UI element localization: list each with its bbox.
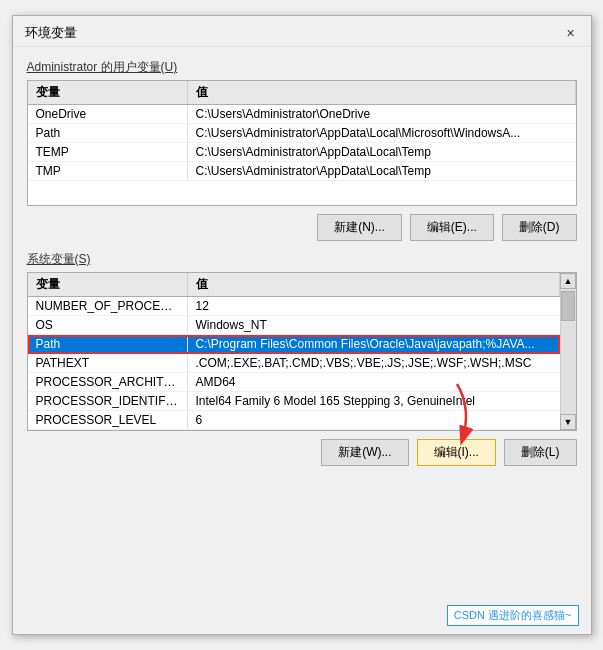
user-row-2-var: TEMP	[28, 143, 188, 161]
system-table-header: 变量 值	[28, 273, 560, 297]
watermark: CSDN 遇进阶的喜感猫~	[447, 605, 579, 626]
sys-row-0-val: 12	[188, 297, 560, 315]
user-row-0-val: C:\Users\Administrator\OneDrive	[188, 105, 568, 123]
table-row[interactable]: PATHEXT .COM;.EXE;.BAT;.CMD;.VBS;.VBE;.J…	[28, 354, 560, 373]
system-scrollbar[interactable]: ▲ ▼	[560, 273, 576, 430]
system-new-button[interactable]: 新建(W)...	[321, 439, 408, 466]
system-table-body: NUMBER_OF_PROCESSORS 12 OS Windows_NT Pa…	[28, 297, 560, 430]
user-row-2-val: C:\Users\Administrator\AppData\Local\Tem…	[188, 143, 568, 161]
table-row[interactable]: PROCESSOR_ARCHITECT... AMD64	[28, 373, 560, 392]
sys-row-1-val: Windows_NT	[188, 316, 560, 334]
sys-row-2-val: C:\Program Files\Common Files\Oracle\Jav…	[188, 335, 560, 353]
table-row[interactable]: PROCESSOR_LEVEL 6	[28, 411, 560, 430]
user-table-header: 变量 值	[28, 81, 576, 105]
sys-row-6-val: 6	[188, 411, 560, 429]
scroll-thumb[interactable]	[561, 291, 575, 321]
system-header-var: 变量	[28, 273, 188, 296]
system-section-label[interactable]: 系统变量(S)	[27, 251, 577, 268]
table-row[interactable]: OneDrive C:\Users\Administrator\OneDrive	[28, 105, 576, 124]
title-bar: 环境变量 ×	[13, 16, 591, 47]
user-row-0-var: OneDrive	[28, 105, 188, 123]
user-table-inner: 变量 值 OneDrive C:\Users\Administrator\One…	[28, 81, 576, 205]
table-row[interactable]: TEMP C:\Users\Administrator\AppData\Loca…	[28, 143, 576, 162]
scroll-up-btn[interactable]: ▲	[560, 273, 576, 289]
sys-row-3-var: PATHEXT	[28, 354, 188, 372]
environment-variables-dialog: 环境变量 × Administrator 的用户变量(U) 变量 值 OneDr…	[12, 15, 592, 635]
sys-row-5-var: PROCESSOR_IDENTIFIER	[28, 392, 188, 410]
user-delete-button[interactable]: 删除(D)	[502, 214, 577, 241]
user-table-body: OneDrive C:\Users\Administrator\OneDrive…	[28, 105, 576, 205]
table-row[interactable]: PROCESSOR_IDENTIFIER Intel64 Family 6 Mo…	[28, 392, 560, 411]
table-row[interactable]: OS Windows_NT	[28, 316, 560, 335]
table-row[interactable]: Path C:\Users\Administrator\AppData\Loca…	[28, 124, 576, 143]
system-header-val: 值	[188, 273, 560, 296]
user-row-1-var: Path	[28, 124, 188, 142]
table-row-selected[interactable]: Path C:\Program Files\Common Files\Oracl…	[28, 335, 560, 354]
close-button[interactable]: ×	[563, 25, 579, 41]
user-header-var: 变量	[28, 81, 188, 104]
system-edit-button[interactable]: 编辑(I)...	[417, 439, 496, 466]
user-btn-row: 新建(N)... 编辑(E)... 删除(D)	[27, 214, 577, 241]
user-row-3-var: TMP	[28, 162, 188, 180]
user-header-val: 值	[188, 81, 576, 104]
sys-row-4-val: AMD64	[188, 373, 560, 391]
table-row[interactable]: NUMBER_OF_PROCESSORS 12	[28, 297, 560, 316]
user-variables-table: 变量 值 OneDrive C:\Users\Administrator\One…	[27, 80, 577, 206]
table-row[interactable]: TMP C:\Users\Administrator\AppData\Local…	[28, 162, 576, 181]
user-row-1-val: C:\Users\Administrator\AppData\Local\Mic…	[188, 124, 568, 142]
scroll-track[interactable]	[561, 289, 576, 414]
sys-row-4-var: PROCESSOR_ARCHITECT...	[28, 373, 188, 391]
sys-row-5-val: Intel64 Family 6 Model 165 Stepping 3, G…	[188, 392, 560, 410]
sys-row-1-var: OS	[28, 316, 188, 334]
system-btn-row: 新建(W)... 编辑(I)... 删除(L)	[27, 439, 577, 466]
system-variables-table: 变量 值 NUMBER_OF_PROCESSORS 12 OS Windows_…	[27, 272, 577, 431]
sys-row-0-var: NUMBER_OF_PROCESSORS	[28, 297, 188, 315]
dialog-title: 环境变量	[25, 24, 77, 42]
sys-row-2-var: Path	[28, 335, 188, 353]
user-section-label[interactable]: Administrator 的用户变量(U)	[27, 59, 577, 76]
system-delete-button[interactable]: 删除(L)	[504, 439, 577, 466]
user-row-3-val: C:\Users\Administrator\AppData\Local\Tem…	[188, 162, 568, 180]
sys-row-6-var: PROCESSOR_LEVEL	[28, 411, 188, 429]
user-edit-button[interactable]: 编辑(E)...	[410, 214, 494, 241]
system-table-inner: 变量 值 NUMBER_OF_PROCESSORS 12 OS Windows_…	[28, 273, 560, 430]
dialog-content: Administrator 的用户变量(U) 变量 值 OneDrive C:\…	[13, 47, 591, 488]
user-new-button[interactable]: 新建(N)...	[317, 214, 402, 241]
scroll-down-btn[interactable]: ▼	[560, 414, 576, 430]
sys-row-3-val: .COM;.EXE;.BAT;.CMD;.VBS;.VBE;.JS;.JSE;.…	[188, 354, 560, 372]
